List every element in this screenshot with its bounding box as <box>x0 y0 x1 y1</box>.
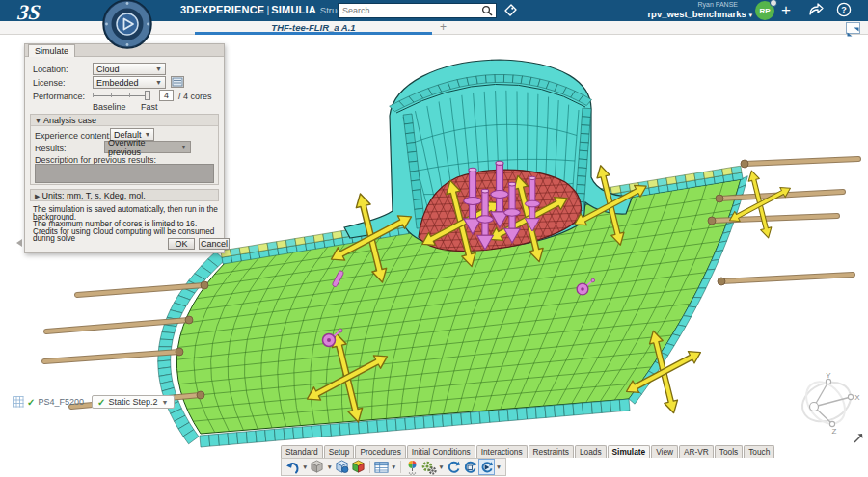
avatar-status-badge <box>770 0 777 7</box>
tab-loads[interactable]: Loads <box>575 445 607 458</box>
chevron-down-icon[interactable]: ▼ <box>438 464 444 470</box>
model-cube-icon[interactable] <box>309 459 325 475</box>
tab-simulate[interactable]: Simulate <box>608 445 651 458</box>
app-window: 3S 3DEXPERIENCE|SIMULIAStructural Scenar… <box>0 0 868 477</box>
step-selector[interactable]: ✓ Static Step.2 ▼ <box>92 395 175 409</box>
svg-text:?: ? <box>841 5 847 14</box>
axis-z-label: Z <box>832 427 837 436</box>
user-name: Ryan PANSE <box>617 1 738 8</box>
tab-tools[interactable]: Tools <box>715 445 743 458</box>
scenario-cube-icon[interactable] <box>334 459 350 475</box>
chevron-down-icon: ▼ <box>161 399 168 406</box>
check-icon: ✓ <box>27 397 35 408</box>
search-box[interactable] <box>338 3 497 18</box>
license-details-button[interactable] <box>171 76 184 88</box>
units-header[interactable]: ▶Units: mm, T, s, Kdeg, mol. <box>31 190 218 201</box>
tab-standard[interactable]: Standard <box>281 445 323 458</box>
resize-corner-icon[interactable] <box>853 433 864 444</box>
tab-simulate[interactable]: Simulate <box>28 44 75 57</box>
action-bar: Standard Setup Procedures Initial Condit… <box>281 443 775 476</box>
separator <box>400 461 401 473</box>
performance-label: Performance: <box>33 92 85 101</box>
share-icon[interactable] <box>806 2 826 16</box>
results-dropdown[interactable]: Overwrite previous▼ <box>104 141 191 153</box>
help-icon[interactable]: ? <box>835 2 853 17</box>
action-bar-icons: ▼ ▼ ▼ ▼ <box>281 458 506 476</box>
analysis-case-header[interactable]: ▼Analysis case <box>31 115 218 126</box>
analysis-case-group: ▼Analysis case Experience content: Defau… <box>30 114 219 185</box>
table-icon[interactable] <box>373 459 390 475</box>
tab-interactions[interactable]: Interactions <box>476 445 528 458</box>
action-bar-tabs: Standard Setup Procedures Initial Condit… <box>281 443 775 458</box>
mesh-status[interactable]: ✓ PS4_F5200 <box>13 395 84 409</box>
update-refresh-icon[interactable] <box>462 459 478 475</box>
axis-y-label: Y <box>826 372 831 380</box>
chevron-down-icon: ▼ <box>180 144 187 150</box>
settings-gears-icon[interactable] <box>420 459 437 475</box>
cores-suffix-label: / 4 cores <box>178 92 212 101</box>
baseline-label: Baseline <box>93 102 126 112</box>
svg-text:3S: 3S <box>15 0 41 24</box>
license-label: License: <box>33 78 66 88</box>
add-content-button[interactable]: + <box>777 2 795 18</box>
3d-compass-play-button[interactable] <box>99 0 155 52</box>
avatar[interactable]: RP <box>755 1 774 20</box>
tab-ar-vr[interactable]: AR-VR <box>679 445 714 458</box>
dialog-notes: The simulation is saved automatically, t… <box>33 206 218 243</box>
chevron-right-icon: ▶ <box>35 193 40 199</box>
simulate-dialog: Simulate Location: Cloud▼ License: Embed… <box>24 43 225 253</box>
collapse-window-button[interactable] <box>846 22 860 34</box>
search-icon[interactable] <box>481 5 493 16</box>
simulate-play-icon[interactable] <box>478 459 495 475</box>
license-dropdown[interactable]: Embedded▼ <box>93 76 166 89</box>
chevron-down-icon[interactable]: ▼ <box>496 464 502 470</box>
new-tab-button[interactable]: + <box>440 21 447 34</box>
view-axes-triad[interactable]: Y X Z <box>797 372 860 436</box>
ok-button[interactable]: OK <box>168 238 195 250</box>
panel-collapse-arrow[interactable] <box>16 239 22 247</box>
location-dropdown[interactable]: Cloud▼ <box>93 63 166 75</box>
units-group: ▶Units: mm, T, s, Kdeg, mol. <box>30 189 219 201</box>
refresh-icon[interactable] <box>446 459 462 475</box>
experience-content-label: Experience content: <box>35 131 112 141</box>
search-input[interactable] <box>339 6 481 15</box>
chevron-down-icon[interactable]: ▼ <box>302 464 308 470</box>
check-icon: ✓ <box>97 397 105 408</box>
slider-handle[interactable] <box>145 91 150 100</box>
tab-restraints[interactable]: Restraints <box>529 445 574 458</box>
tag-icon[interactable] <box>502 3 518 18</box>
mesh-icon <box>13 396 24 408</box>
chevron-down-icon: ▼ <box>155 66 162 72</box>
chevron-down-icon: ▼ <box>35 118 41 124</box>
chevron-down-icon: ▾ <box>748 12 752 18</box>
description-textarea[interactable] <box>35 164 214 183</box>
chevron-down-icon: ▼ <box>155 79 162 86</box>
workspace-selector[interactable]: rpv_west_benchmarks ▾ <box>614 9 752 19</box>
tab-view[interactable]: View <box>651 445 678 458</box>
document-tab-underline <box>195 32 432 35</box>
tab-procedures[interactable]: Procedures <box>355 445 405 458</box>
fast-label: Fast <box>141 102 158 112</box>
results-cube-icon[interactable] <box>350 459 366 475</box>
location-label: Location: <box>33 65 68 74</box>
3ds-logo[interactable]: 3S <box>15 0 54 25</box>
results-label: Results: <box>35 144 67 153</box>
tab-setup[interactable]: Setup <box>324 445 355 458</box>
chevron-down-icon[interactable]: ▼ <box>391 464 396 470</box>
cores-input[interactable]: 4 <box>159 90 174 101</box>
cancel-button[interactable]: Cancel <box>199 238 230 250</box>
tab-initial-conditions[interactable]: Initial Conditions <box>407 445 475 458</box>
undo-icon[interactable] <box>285 459 301 475</box>
performance-slider[interactable] <box>93 94 150 97</box>
separator <box>369 461 370 473</box>
tab-touch[interactable]: Touch <box>744 445 774 458</box>
axis-x-label: X <box>854 393 860 402</box>
mesh-name-label: PS4_F5200 <box>38 397 84 407</box>
chevron-down-icon[interactable]: ▼ <box>326 464 332 470</box>
probe-marker-icon[interactable] <box>404 459 420 475</box>
